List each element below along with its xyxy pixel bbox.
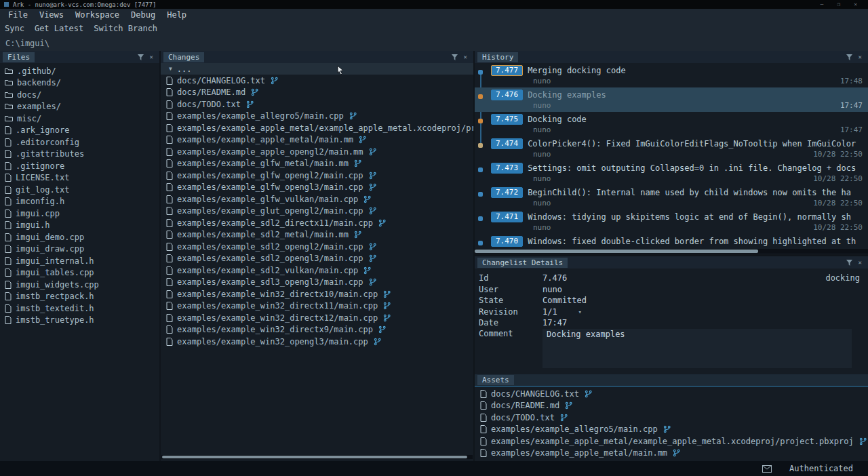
asset-row[interactable]: examples/example_allegro5/main.cpp (475, 424, 868, 436)
file-name: imgui.cpp (16, 209, 60, 218)
history-row[interactable]: 7.473 Settings: omit outputing Collapsed… (475, 161, 868, 185)
changed-file-row[interactable]: docs/README.md (161, 87, 473, 99)
filter-icon[interactable] (138, 54, 144, 60)
revision-select[interactable]: 1/1 ▾ (542, 307, 582, 317)
file-tree-item[interactable]: misc/ (0, 113, 159, 125)
toolbar-button[interactable]: Switch Branch (94, 24, 157, 33)
revision-badge[interactable]: 7.473 (491, 163, 523, 174)
changed-file-row[interactable]: examples/example_glfw_vulkan/main.cpp (161, 193, 473, 205)
file-tree-item[interactable]: backends/ (0, 77, 159, 90)
changed-file-row[interactable]: examples/example_sdl2_opengl2/main.cpp (161, 241, 473, 253)
revision-badge[interactable]: 7.477 (491, 65, 523, 76)
changed-file-row[interactable]: examples/example_win32_directx9/main.cpp (161, 324, 473, 336)
menu-item[interactable]: File (8, 10, 28, 20)
comment-field[interactable]: Docking examples (542, 329, 852, 368)
changed-file-row[interactable]: examples/example_win32_opengl3/main.cpp (161, 336, 473, 348)
chevron-down-icon[interactable]: ▼ (169, 66, 172, 72)
changed-file-row[interactable]: examples/example_apple_opengl2/main.mm (161, 146, 473, 158)
file-tree-item[interactable]: .ark_ignore (0, 125, 159, 137)
history-row[interactable]: 7.471 Windows: tidying up skipitems logi… (475, 210, 868, 234)
changed-file-row[interactable]: examples/example_glfw_opengl2/main.cpp (161, 170, 473, 182)
file-tree-item[interactable]: imgui_internal.h (0, 255, 159, 267)
menu-item[interactable]: Help (167, 10, 186, 20)
asset-row[interactable]: docs/TODO.txt (475, 412, 868, 424)
history-row[interactable]: 7.475 Docking code nuno 17:47 (475, 112, 868, 136)
file-tree-item[interactable]: examples/ (0, 101, 159, 113)
horizontal-scrollbar[interactable] (161, 455, 473, 459)
revision-badge[interactable]: 7.475 (491, 114, 523, 125)
changed-file-row[interactable]: examples/example_win32_directx11/main.cp… (161, 300, 473, 313)
changed-file-row[interactable]: examples/example_glfw_opengl3/main.cpp (161, 182, 473, 194)
changed-file-row[interactable]: examples/example_sdl2_vulkan/main.cpp (161, 264, 473, 277)
branch-icon (251, 88, 258, 96)
file-tree-item[interactable]: imgui_tables.cpp (0, 267, 159, 279)
changed-file-row[interactable]: examples/example_sdl2_opengl3/main.cpp (161, 253, 473, 265)
file-tree-item[interactable]: imgui.h (0, 220, 159, 232)
changelist-id: 7.476 (542, 273, 567, 283)
file-name: imconfig.h (16, 197, 64, 206)
revision-badge[interactable]: 7.474 (491, 138, 523, 149)
close-panel-icon[interactable]: ✕ (859, 54, 862, 60)
file-tree-item[interactable]: imstb_textedit.h (0, 302, 159, 315)
toolbar-button[interactable]: Get Latest (35, 24, 83, 33)
changed-file-row[interactable]: examples/example_apple_metal/main.mm (161, 134, 473, 146)
file-tree-item[interactable]: imconfig.h (0, 196, 159, 208)
asset-row[interactable]: examples/example_apple_metal/example_app… (475, 435, 868, 448)
close-panel-icon[interactable]: ✕ (464, 54, 467, 60)
revision-badge[interactable]: 7.476 (491, 90, 523, 100)
horizontal-scrollbar[interactable] (475, 249, 868, 254)
file-tree-item[interactable]: .gitattributes (0, 148, 159, 161)
asset-row[interactable]: examples/example_apple_metal/main.mm (475, 448, 868, 460)
changed-file-row[interactable]: examples/example_sdl2_metal/main.mm (161, 229, 473, 241)
filter-icon[interactable] (452, 54, 458, 60)
changed-file-path: examples/example_glfw_metal/main.mm (177, 159, 349, 168)
changed-file-row[interactable]: docs/CHANGELOG.txt (161, 75, 473, 87)
maximize-icon[interactable]: ❐ (837, 1, 840, 7)
history-row[interactable]: 7.476 Docking examples nuno 17:47 (475, 87, 868, 112)
changed-file-row[interactable]: examples/example_allegro5/main.cpp (161, 111, 473, 123)
scrollbar-thumb[interactable] (475, 250, 758, 253)
changed-file-row[interactable]: examples/example_win32_directx10/main.cp… (161, 288, 473, 300)
close-panel-icon[interactable]: ✕ (150, 54, 153, 60)
file-tree-item[interactable]: imstb_truetype.h (0, 315, 159, 327)
changed-file-row[interactable]: examples/example_apple_metal/example_app… (161, 122, 473, 134)
history-row[interactable]: 7.470 Windows: fixed double-clicked bord… (475, 234, 868, 249)
changes-root-row[interactable]: ▼ ... (161, 63, 473, 75)
file-tree-item[interactable]: imstb_rectpack.h (0, 291, 159, 303)
file-tree-item[interactable]: LICENSE.txt (0, 172, 159, 184)
asset-row[interactable]: docs/CHANGELOG.txt (475, 388, 868, 400)
file-tree-item[interactable]: imgui.cpp (0, 207, 159, 220)
file-tree-item[interactable]: imgui_widgets.cpp (0, 279, 159, 291)
changed-file-row[interactable]: examples/example_sdl3_opengl3/main.cpp (161, 277, 473, 289)
file-tree-item[interactable]: imgui_demo.cpp (0, 231, 159, 243)
menu-item[interactable]: Views (39, 10, 64, 20)
history-row[interactable]: 7.477 Merging docking code nuno 17:48 (475, 63, 868, 87)
close-icon[interactable]: ✕ (854, 1, 857, 7)
changed-file-row[interactable]: examples/example_glut_opengl2/main.cpp (161, 205, 473, 218)
file-tree-item[interactable]: git_log.txt (0, 184, 159, 196)
revision-badge[interactable]: 7.472 (491, 187, 523, 198)
file-tree-item[interactable]: .editorconfig (0, 136, 159, 148)
revision-badge[interactable]: 7.470 (491, 236, 523, 247)
revision-badge[interactable]: 7.471 (491, 212, 523, 222)
file-tree-item[interactable]: imgui_draw.cpp (0, 243, 159, 256)
menu-item[interactable]: Workspace (75, 10, 119, 20)
file-tree-item[interactable]: .gitignore (0, 160, 159, 172)
menu-item[interactable]: Debug (131, 10, 155, 20)
filter-icon[interactable] (846, 54, 852, 60)
changed-file-row[interactable]: examples/example_win32_directx12/main.cp… (161, 312, 473, 324)
scrollbar-thumb[interactable] (162, 456, 467, 458)
timeline-dot (478, 241, 483, 245)
file-tree-item[interactable]: docs/ (0, 89, 159, 101)
filter-icon[interactable] (846, 260, 852, 266)
changed-file-row[interactable]: examples/example_glfw_metal/main.mm (161, 158, 473, 170)
changed-file-row[interactable]: docs/TODO.txt (161, 98, 473, 111)
toolbar-button[interactable]: Sync (5, 24, 24, 33)
changed-file-row[interactable]: examples/example_sdl2_directx11/main.cpp (161, 217, 473, 229)
asset-row[interactable]: docs/README.md (475, 400, 868, 412)
file-tree-item[interactable]: .github/ (0, 65, 159, 77)
minimize-icon[interactable]: — (821, 1, 824, 7)
history-row[interactable]: 7.472 BeginChild(): Internal name used b… (475, 185, 868, 210)
close-panel-icon[interactable]: ✕ (859, 259, 862, 266)
history-row[interactable]: 7.474 ColorPicker4(): Fixed ImGuiColorEd… (475, 136, 868, 161)
